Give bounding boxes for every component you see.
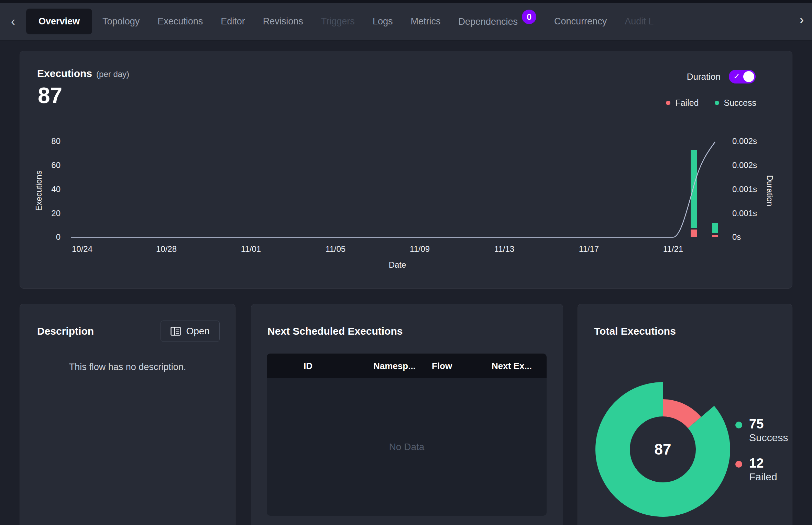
duration-toggle[interactable]: ✓ bbox=[729, 70, 756, 83]
tab-triggers[interactable]: Triggers bbox=[312, 16, 364, 27]
flow-overview-page: ‹ Overview Topology Executions Editor Re… bbox=[0, 0, 812, 525]
description-empty-text: This flow has no description. bbox=[20, 362, 235, 372]
x-tick-1121: 11/21 bbox=[663, 244, 683, 254]
tab-list: Overview Topology Executions Editor Revi… bbox=[26, 9, 654, 34]
duration-toggle-label: Duration bbox=[687, 71, 721, 82]
y-axis-title-duration: Duration bbox=[765, 165, 775, 216]
tabs-scroll-left-icon[interactable]: ‹ bbox=[6, 15, 20, 28]
next-scheduled-table: ID Namesp... Flow Next Ex... No Data bbox=[267, 354, 547, 516]
r-tick-3: 0.002s bbox=[732, 160, 757, 170]
x-tick-1101: 11/01 bbox=[241, 244, 261, 254]
r-tick-4: 0.002s bbox=[732, 136, 757, 146]
executions-plot-area: 10/24 10/28 11/01 11/05 11/09 11/13 11/1… bbox=[71, 141, 724, 238]
tab-topology[interactable]: Topology bbox=[94, 16, 149, 27]
donut-legend-success: 75 Success bbox=[735, 417, 788, 444]
x-tick-1105: 11/05 bbox=[326, 244, 345, 254]
legend-item-failed[interactable]: Failed bbox=[666, 98, 699, 108]
donut-legend-failed: 12 Failed bbox=[735, 456, 788, 483]
total-executions-donut-chart: 87 bbox=[591, 377, 735, 522]
x-tick-1113: 11/13 bbox=[494, 244, 514, 254]
duration-toggle-row: Duration ✓ bbox=[687, 70, 756, 83]
tab-audit-logs[interactable]: Audit L bbox=[616, 16, 654, 27]
r-tick-1: 0.001s bbox=[732, 209, 757, 218]
description-card: Description Open This flow has no descri… bbox=[20, 304, 235, 525]
executions-card-header: Executions (per day) bbox=[37, 68, 129, 79]
y-tick-80: 80 bbox=[40, 136, 61, 146]
toggle-knob bbox=[743, 71, 754, 82]
r-tick-0: 0s bbox=[732, 232, 741, 242]
tab-overview[interactable]: Overview bbox=[26, 9, 92, 34]
column-header-flow: Flow bbox=[411, 361, 456, 371]
donut-legend: 75 Success 12 Failed bbox=[735, 417, 788, 495]
tab-dependencies-label: Dependencies bbox=[458, 16, 518, 27]
x-tick-1028: 10/28 bbox=[156, 244, 177, 254]
success-dot-icon bbox=[735, 422, 742, 428]
tab-concurrency[interactable]: Concurrency bbox=[545, 16, 616, 27]
success-count: 75 bbox=[749, 417, 788, 431]
column-header-namespace: Namesp... bbox=[349, 361, 411, 371]
tabs-scroll-right-icon[interactable]: › bbox=[795, 14, 809, 26]
open-button-label: Open bbox=[186, 326, 210, 337]
failed-label: Failed bbox=[749, 470, 777, 483]
tab-executions[interactable]: Executions bbox=[149, 16, 212, 27]
tab-editor[interactable]: Editor bbox=[212, 16, 254, 27]
failed-count: 12 bbox=[749, 456, 777, 470]
executions-subtitle: (per day) bbox=[96, 69, 129, 79]
donut-center-total: 87 bbox=[655, 441, 671, 458]
tab-revisions[interactable]: Revisions bbox=[254, 16, 312, 27]
dependencies-count-badge: 0 bbox=[522, 10, 536, 24]
y-tick-0: 0 bbox=[40, 232, 61, 242]
next-scheduled-executions-card: Next Scheduled Executions ID Namesp... F… bbox=[251, 304, 563, 525]
failed-dot-icon bbox=[735, 461, 742, 468]
x-tick-1024: 10/24 bbox=[72, 244, 92, 254]
table-body: No Data bbox=[267, 378, 547, 516]
y-tick-20: 20 bbox=[40, 209, 61, 218]
executions-title: Executions bbox=[37, 68, 92, 79]
reading-pane-icon bbox=[171, 327, 181, 336]
success-dot-icon bbox=[715, 101, 719, 105]
toggle-check-icon: ✓ bbox=[733, 71, 740, 81]
x-tick-1117: 11/17 bbox=[579, 244, 599, 254]
success-label: Success bbox=[749, 431, 788, 444]
tab-dependencies[interactable]: Dependencies0 bbox=[449, 14, 545, 29]
tab-metrics[interactable]: Metrics bbox=[402, 16, 449, 27]
column-header-next-execution: Next Ex... bbox=[456, 361, 547, 371]
chart-legend: Failed Success bbox=[666, 98, 756, 108]
r-tick-2: 0.001s bbox=[732, 185, 757, 194]
x-tick-1109: 11/09 bbox=[410, 244, 430, 254]
executions-per-day-card: Executions (per day) 87 Duration ✓ Faile… bbox=[20, 51, 792, 289]
x-axis-title-date: Date bbox=[389, 260, 406, 270]
open-description-button[interactable]: Open bbox=[161, 321, 220, 342]
table-header-row: ID Namesp... Flow Next Ex... bbox=[267, 354, 547, 378]
total-executions-title: Total Executions bbox=[594, 325, 676, 337]
y-tick-40: 40 bbox=[40, 185, 61, 194]
failed-dot-icon bbox=[666, 101, 670, 105]
description-title: Description bbox=[37, 325, 94, 337]
failed-legend-label: Failed bbox=[675, 98, 699, 108]
duration-line bbox=[71, 141, 724, 238]
success-legend-label: Success bbox=[724, 98, 756, 108]
legend-item-success[interactable]: Success bbox=[715, 98, 756, 108]
tab-bar: ‹ Overview Topology Executions Editor Re… bbox=[0, 3, 812, 41]
tab-logs[interactable]: Logs bbox=[364, 16, 402, 27]
executions-total-count: 87 bbox=[38, 83, 62, 108]
no-data-text: No Data bbox=[267, 442, 547, 453]
total-executions-card: Total Executions 87 75 Success 12 Failed bbox=[578, 304, 792, 525]
column-header-id: ID bbox=[267, 361, 349, 371]
next-scheduled-title: Next Scheduled Executions bbox=[267, 325, 403, 337]
y-tick-60: 60 bbox=[40, 160, 61, 170]
window-top-strip bbox=[0, 0, 812, 3]
